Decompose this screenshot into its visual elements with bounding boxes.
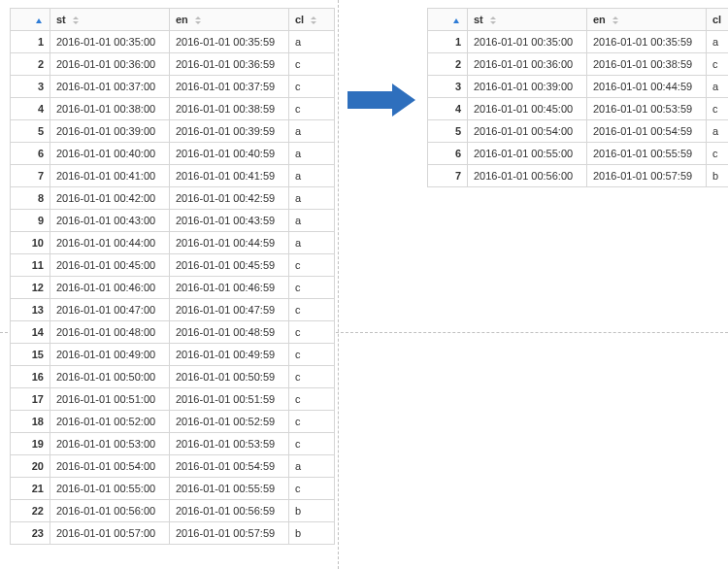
table-row[interactable]: 152016-01-01 00:49:002016-01-01 00:49:59… <box>11 344 335 366</box>
cell-cl: a <box>289 455 335 478</box>
table-row[interactable]: 72016-01-01 00:56:002016-01-01 00:57:59b <box>428 165 729 187</box>
table-row[interactable]: 172016-01-01 00:51:002016-01-01 00:51:59… <box>11 388 335 411</box>
column-header-index[interactable] <box>11 9 50 31</box>
cell-cl: a <box>289 31 335 53</box>
cell-en: 2016-01-01 00:51:59 <box>170 388 289 411</box>
cell-cl: a <box>707 31 729 53</box>
cell-st: 2016-01-01 00:57:00 <box>50 522 170 545</box>
table-row[interactable]: 112016-01-01 00:45:002016-01-01 00:45:59… <box>11 254 335 277</box>
cell-index: 20 <box>11 455 50 478</box>
cell-st: 2016-01-01 00:36:00 <box>468 53 587 76</box>
right-table: st en cl 12016-01-01 00:35:002016-01-01 … <box>427 8 728 187</box>
cell-en: 2016-01-01 00:44:59 <box>170 232 289 254</box>
right-table-container: st en cl 12016-01-01 00:35:002016-01-01 … <box>427 8 709 187</box>
cell-index: 13 <box>11 299 50 321</box>
cell-index: 16 <box>11 366 50 388</box>
cell-index: 19 <box>11 433 50 455</box>
table-row[interactable]: 232016-01-01 00:57:002016-01-01 00:57:59… <box>11 522 335 545</box>
table-row[interactable]: 92016-01-01 00:43:002016-01-01 00:43:59a <box>11 210 335 232</box>
column-label-st: st <box>56 14 66 25</box>
table-row[interactable]: 212016-01-01 00:55:002016-01-01 00:55:59… <box>11 478 335 500</box>
cell-index: 17 <box>11 388 50 411</box>
sort-asc-icon <box>453 18 459 23</box>
cell-index: 11 <box>11 254 50 277</box>
table-row[interactable]: 182016-01-01 00:52:002016-01-01 00:52:59… <box>11 411 335 433</box>
cell-st: 2016-01-01 00:55:00 <box>50 478 170 500</box>
cell-cl: b <box>289 522 335 545</box>
cell-index: 23 <box>11 522 50 545</box>
column-header-st[interactable]: st <box>50 9 170 31</box>
cell-en: 2016-01-01 00:50:59 <box>170 366 289 388</box>
column-header-en[interactable]: en <box>170 9 289 31</box>
cell-en: 2016-01-01 00:40:59 <box>170 143 289 165</box>
cell-st: 2016-01-01 00:56:00 <box>50 500 170 522</box>
cell-en: 2016-01-01 00:36:59 <box>170 53 289 76</box>
cell-cl: c <box>289 98 335 120</box>
table-row[interactable]: 122016-01-01 00:46:002016-01-01 00:46:59… <box>11 277 335 299</box>
cell-en: 2016-01-01 00:45:59 <box>170 254 289 277</box>
cell-index: 5 <box>428 120 468 143</box>
cell-en: 2016-01-01 00:42:59 <box>170 187 289 210</box>
column-header-cl[interactable]: cl <box>289 9 335 31</box>
column-header-en[interactable]: en <box>587 9 707 31</box>
cell-en: 2016-01-01 00:35:59 <box>587 31 707 53</box>
cell-st: 2016-01-01 00:40:00 <box>50 143 170 165</box>
table-row[interactable]: 52016-01-01 00:54:002016-01-01 00:54:59a <box>428 120 729 143</box>
cell-cl: c <box>289 344 335 366</box>
table-row[interactable]: 62016-01-01 00:55:002016-01-01 00:55:59c <box>428 143 729 165</box>
table-row[interactable]: 142016-01-01 00:48:002016-01-01 00:48:59… <box>11 321 335 344</box>
table-row[interactable]: 22016-01-01 00:36:002016-01-01 00:38:59c <box>428 53 729 76</box>
cell-en: 2016-01-01 00:54:59 <box>587 120 707 143</box>
table-row[interactable]: 52016-01-01 00:39:002016-01-01 00:39:59a <box>11 120 335 143</box>
cell-en: 2016-01-01 00:38:59 <box>170 98 289 120</box>
cell-st: 2016-01-01 00:38:00 <box>50 98 170 120</box>
cell-en: 2016-01-01 00:39:59 <box>170 120 289 143</box>
table-row[interactable]: 192016-01-01 00:53:002016-01-01 00:53:59… <box>11 433 335 455</box>
table-row[interactable]: 12016-01-01 00:35:002016-01-01 00:35:59a <box>11 31 335 53</box>
table-row[interactable]: 132016-01-01 00:47:002016-01-01 00:47:59… <box>11 299 335 321</box>
column-label-en: en <box>593 14 606 25</box>
table-row[interactable]: 62016-01-01 00:40:002016-01-01 00:40:59a <box>11 143 335 165</box>
cell-cl: a <box>289 120 335 143</box>
cell-index: 4 <box>11 98 50 120</box>
cell-cl: c <box>289 321 335 344</box>
cell-index: 10 <box>11 232 50 254</box>
table-row[interactable]: 32016-01-01 00:37:002016-01-01 00:37:59c <box>11 76 335 98</box>
cell-st: 2016-01-01 00:54:00 <box>468 120 587 143</box>
table-row[interactable]: 42016-01-01 00:45:002016-01-01 00:53:59c <box>428 98 729 120</box>
column-header-st[interactable]: st <box>468 9 587 31</box>
column-header-cl[interactable]: cl <box>707 9 729 31</box>
cell-en: 2016-01-01 00:35:59 <box>170 31 289 53</box>
cell-st: 2016-01-01 00:51:00 <box>50 388 170 411</box>
cell-en: 2016-01-01 00:47:59 <box>170 299 289 321</box>
cell-st: 2016-01-01 00:47:00 <box>50 299 170 321</box>
table-row[interactable]: 12016-01-01 00:35:002016-01-01 00:35:59a <box>428 31 729 53</box>
cell-index: 2 <box>11 53 50 76</box>
cell-cl: a <box>289 143 335 165</box>
table-row[interactable]: 72016-01-01 00:41:002016-01-01 00:41:59a <box>11 165 335 187</box>
cell-index: 1 <box>428 31 468 53</box>
table-row[interactable]: 222016-01-01 00:56:002016-01-01 00:56:59… <box>11 500 335 522</box>
table-row[interactable]: 32016-01-01 00:39:002016-01-01 00:44:59a <box>428 76 729 98</box>
cell-st: 2016-01-01 00:52:00 <box>50 411 170 433</box>
column-header-index[interactable] <box>428 9 468 31</box>
cell-en: 2016-01-01 00:38:59 <box>587 53 707 76</box>
sort-asc-icon <box>36 18 42 23</box>
table-row[interactable]: 202016-01-01 00:54:002016-01-01 00:54:59… <box>11 455 335 478</box>
column-label-cl: cl <box>295 14 304 25</box>
table-row[interactable]: 42016-01-01 00:38:002016-01-01 00:38:59c <box>11 98 335 120</box>
table-row[interactable]: 162016-01-01 00:50:002016-01-01 00:50:59… <box>11 366 335 388</box>
cell-en: 2016-01-01 00:55:59 <box>170 478 289 500</box>
cell-en: 2016-01-01 00:54:59 <box>170 455 289 478</box>
cell-en: 2016-01-01 00:48:59 <box>170 321 289 344</box>
table-row[interactable]: 22016-01-01 00:36:002016-01-01 00:36:59c <box>11 53 335 76</box>
cell-cl: a <box>289 232 335 254</box>
cell-st: 2016-01-01 00:35:00 <box>468 31 587 53</box>
cell-index: 7 <box>428 165 468 187</box>
cell-cl: c <box>289 53 335 76</box>
column-label-en: en <box>176 14 188 25</box>
table-row[interactable]: 82016-01-01 00:42:002016-01-01 00:42:59a <box>11 187 335 210</box>
cell-cl: c <box>289 388 335 411</box>
table-row[interactable]: 102016-01-01 00:44:002016-01-01 00:44:59… <box>11 232 335 254</box>
cell-en: 2016-01-01 00:41:59 <box>170 165 289 187</box>
